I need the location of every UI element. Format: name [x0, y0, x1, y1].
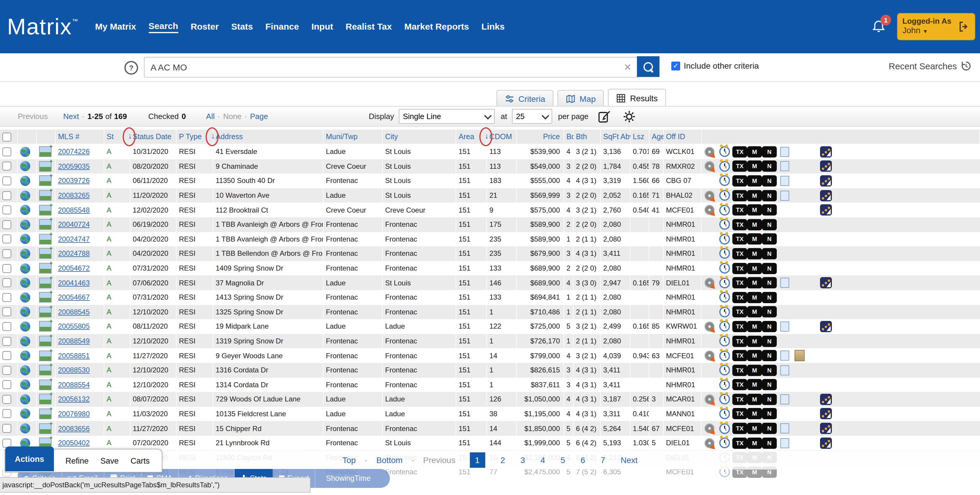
photo-icon[interactable] — [39, 205, 51, 215]
header-bd[interactable]: Bd — [564, 130, 574, 144]
photo-icon[interactable] — [39, 409, 51, 419]
header-mls-[interactable]: MLS # — [56, 130, 104, 144]
virtual-tour-icon[interactable] — [704, 424, 714, 433]
m-badge[interactable]: M — [747, 277, 762, 288]
table-row[interactable]: 20054672A07/31/2020RESI1409 Spring Snow … — [0, 261, 980, 276]
row-checkbox[interactable] — [2, 293, 11, 302]
mls-link[interactable]: 20088530 — [58, 366, 90, 374]
tx-badge[interactable]: TX — [732, 233, 747, 245]
clock-icon[interactable] — [719, 292, 730, 303]
edit-display-icon[interactable] — [597, 109, 611, 124]
n-badge[interactable]: N — [762, 204, 777, 216]
table-row[interactable]: 20074226A10/31/2020RESI41 EversdaleLadue… — [0, 144, 980, 159]
display-select[interactable]: Single Line — [399, 109, 495, 124]
table-row[interactable]: 20024747A04/20/2020RESI1 TBB Avanleigh @… — [0, 232, 980, 246]
tab-criteria[interactable]: Criteria — [496, 90, 554, 107]
matrix-logo[interactable]: Matrix™ — [7, 14, 78, 40]
virtual-tour-icon[interactable] — [704, 161, 714, 171]
clock-icon[interactable] — [719, 321, 730, 332]
mls-link[interactable]: 20040724 — [58, 221, 90, 229]
row-checkbox[interactable] — [2, 264, 11, 273]
search-button[interactable] — [637, 56, 659, 77]
m-badge[interactable]: M — [747, 146, 762, 157]
virtual-tour-icon[interactable] — [704, 394, 714, 405]
help-icon[interactable]: ? — [124, 61, 138, 75]
table-row[interactable]: 20050402A07/20/2020RESI21 Lynnbrook RdFr… — [0, 436, 980, 450]
mls-link[interactable]: 20055805 — [58, 322, 90, 331]
mls-link[interactable]: 20074226 — [58, 148, 90, 156]
photo-icon[interactable] — [39, 176, 51, 186]
nav-item-search[interactable]: Search — [148, 21, 178, 33]
tx-badge[interactable]: TX — [732, 263, 747, 274]
documents-copy-icon[interactable] — [780, 365, 789, 375]
row-checkbox[interactable] — [2, 249, 11, 258]
page-3-button[interactable]: 3 — [520, 455, 525, 465]
n-badge[interactable]: N — [762, 277, 777, 288]
trend-badge-icon[interactable] — [820, 408, 832, 419]
tx-badge[interactable]: TX — [732, 204, 747, 216]
n-badge[interactable]: N — [762, 292, 777, 303]
scroll-bottom-link[interactable]: Bottom — [376, 455, 402, 465]
virtual-tour-icon[interactable] — [704, 205, 714, 215]
map-globe-icon[interactable] — [20, 161, 30, 171]
page-6-button[interactable]: 6 — [581, 455, 585, 465]
header-st[interactable]: St↓ — [104, 130, 130, 144]
clock-icon[interactable] — [719, 423, 730, 434]
clock-icon[interactable] — [719, 146, 730, 157]
photo-icon[interactable] — [39, 190, 51, 201]
select-all-checkbox[interactable] — [2, 132, 11, 141]
m-badge[interactable]: M — [747, 365, 762, 376]
nav-item-stats[interactable]: Stats — [231, 21, 253, 32]
clock-icon[interactable] — [719, 336, 730, 346]
documents-copy-icon[interactable] — [780, 176, 789, 186]
row-checkbox[interactable] — [2, 191, 11, 200]
map-globe-icon[interactable] — [20, 365, 30, 375]
tx-badge[interactable]: TX — [732, 277, 747, 288]
m-badge[interactable]: M — [747, 190, 762, 201]
table-row[interactable]: 20088549A12/10/2020RESI1319 Spring Snow … — [0, 334, 980, 348]
clock-icon[interactable] — [719, 379, 730, 390]
next-page-link-bottom[interactable]: Next — [620, 455, 638, 465]
page-4-button[interactable]: 4 — [540, 455, 545, 465]
photo-icon[interactable] — [39, 423, 51, 434]
n-badge[interactable]: N — [762, 175, 777, 187]
photo-icon[interactable] — [39, 234, 51, 244]
tx-badge[interactable]: TX — [732, 321, 747, 332]
tx-badge[interactable]: TX — [732, 408, 747, 419]
clock-icon[interactable] — [719, 409, 730, 419]
map-globe-icon[interactable] — [20, 249, 30, 259]
n-badge[interactable]: N — [762, 394, 777, 405]
virtual-tour-icon[interactable] — [704, 190, 714, 200]
photo-icon[interactable] — [39, 365, 51, 375]
mls-link[interactable]: 20024747 — [58, 235, 90, 243]
map-globe-icon[interactable] — [20, 380, 30, 390]
documents-copy-icon[interactable] — [780, 147, 789, 157]
tx-badge[interactable]: TX — [732, 379, 747, 390]
save-tab[interactable]: Save — [100, 456, 119, 465]
row-checkbox[interactable] — [2, 336, 11, 346]
table-row[interactable]: 20058851A11/27/2020RESI9 Geyer Woods Lan… — [0, 349, 980, 363]
select-none-link[interactable]: None — [223, 112, 242, 121]
trend-badge-icon[interactable] — [820, 321, 832, 332]
map-globe-icon[interactable] — [20, 190, 30, 200]
mls-link[interactable]: 20083656 — [58, 424, 90, 433]
tx-badge[interactable]: TX — [732, 394, 747, 405]
header-address[interactable]: Address — [213, 130, 323, 144]
documents-copy-icon[interactable] — [780, 394, 789, 405]
actions-tab[interactable]: Actions — [5, 446, 54, 471]
virtual-tour-icon[interactable] — [704, 278, 714, 288]
n-badge[interactable]: N — [762, 408, 777, 419]
tx-badge[interactable]: TX — [732, 146, 747, 157]
clock-icon[interactable] — [719, 234, 730, 244]
photo-icon[interactable] — [39, 248, 51, 259]
documents-copy-icon[interactable] — [780, 190, 789, 200]
map-globe-icon[interactable] — [20, 147, 30, 157]
map-globe-icon[interactable] — [20, 394, 30, 405]
m-badge[interactable]: M — [747, 161, 762, 172]
row-checkbox[interactable] — [2, 308, 11, 316]
trend-badge-icon[interactable] — [820, 437, 832, 449]
mls-link[interactable]: 20085548 — [58, 206, 90, 214]
table-row[interactable]: 20041463A07/06/2020RESI37 Magnolia DrLad… — [0, 276, 980, 290]
m-badge[interactable]: M — [747, 248, 762, 259]
page-2-button[interactable]: 2 — [500, 455, 505, 465]
